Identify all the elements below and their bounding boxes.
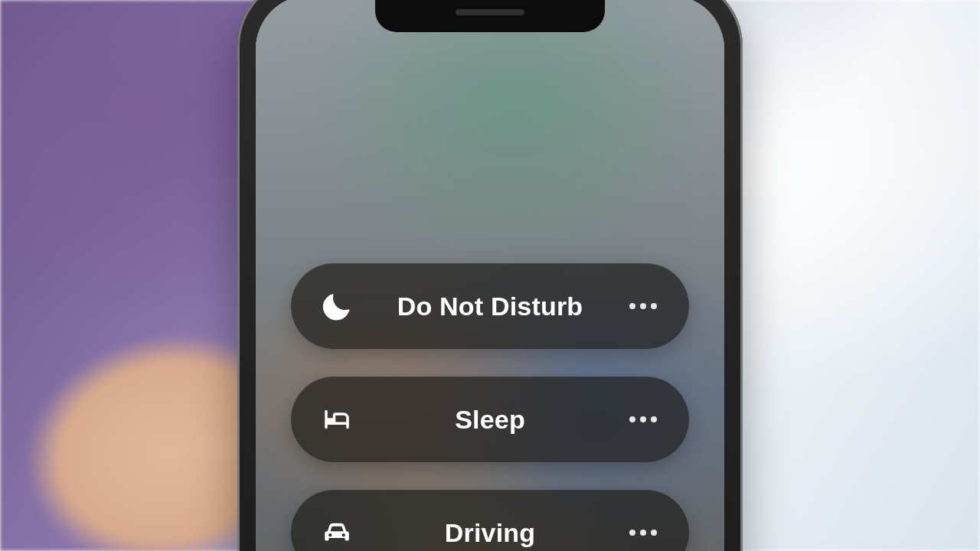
more-icon[interactable] bbox=[626, 416, 660, 422]
focus-label: Do Not Disturb bbox=[354, 292, 626, 321]
phone-speaker bbox=[456, 9, 524, 15]
focus-label: Sleep bbox=[354, 405, 626, 435]
focus-driving[interactable]: Driving bbox=[291, 490, 689, 551]
phone-frame: Do Not Disturb Sleep Driving bbox=[237, 0, 743, 551]
moon-icon bbox=[320, 289, 354, 323]
bed-icon bbox=[320, 403, 354, 436]
focus-sleep[interactable]: Sleep bbox=[291, 377, 689, 462]
focus-label: Driving bbox=[354, 518, 626, 548]
focus-do-not-disturb[interactable]: Do Not Disturb bbox=[291, 263, 689, 349]
phone-notch bbox=[375, 0, 605, 32]
focus-mode-list: Do Not Disturb Sleep Driving bbox=[291, 263, 689, 551]
car-icon bbox=[320, 516, 354, 549]
more-icon[interactable] bbox=[626, 303, 660, 309]
more-icon[interactable] bbox=[626, 530, 660, 536]
phone-screen: Do Not Disturb Sleep Driving bbox=[256, 0, 724, 551]
